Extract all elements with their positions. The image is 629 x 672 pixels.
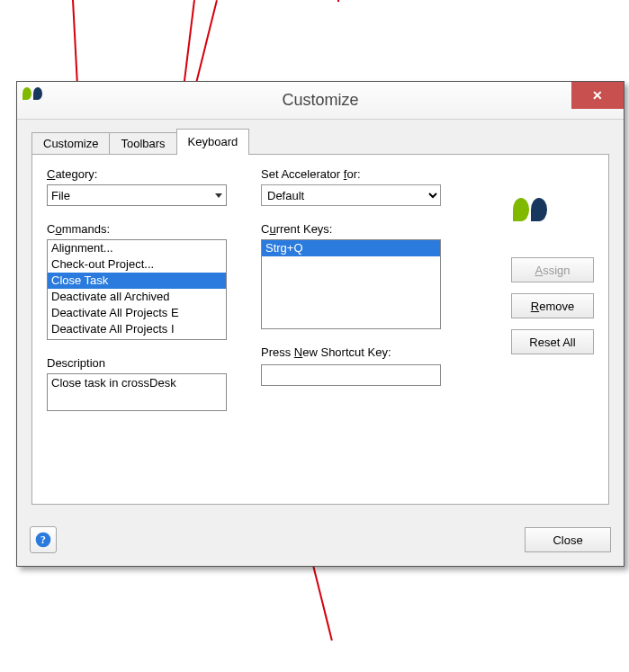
description-box: Close task in crossDesk — [47, 373, 227, 411]
svg-text:?: ? — [40, 534, 46, 546]
help-button[interactable]: ? — [30, 526, 57, 553]
brand-logo-icon — [513, 198, 556, 241]
current-keys-label: Current Keys: — [261, 222, 459, 236]
command-item[interactable]: Check-out Project... — [48, 256, 226, 273]
titlebar: Customize ✕ — [17, 82, 624, 120]
description-label: Description — [47, 356, 245, 370]
new-shortcut-input[interactable] — [261, 364, 441, 386]
category-value: File — [51, 189, 70, 202]
command-item[interactable]: Deactivate all Archived — [48, 289, 226, 305]
close-icon: ✕ — [592, 88, 603, 103]
remove-button[interactable]: Remove — [511, 293, 594, 318]
tab-strip: Customize Toolbars Keyboard — [31, 129, 609, 155]
command-item[interactable]: Close Task — [48, 273, 226, 289]
chevron-down-icon — [215, 193, 222, 198]
window-title: Customize — [17, 91, 624, 110]
press-new-label: Press New Shortcut Key: — [261, 345, 459, 359]
dialog-footer: ? Close — [30, 526, 611, 553]
commands-label: Commands: — [47, 222, 245, 236]
column-left: Category: File Commands: Alignment...Che… — [47, 167, 245, 411]
app-logo-icon — [22, 87, 49, 114]
commands-listbox[interactable]: Alignment...Check-out Project...Close Ta… — [47, 239, 227, 340]
keyboard-panel: Category: File Commands: Alignment...Che… — [31, 154, 609, 505]
command-item[interactable]: Deactivate All Projects E — [48, 305, 226, 321]
tab-customize[interactable]: Customize — [31, 132, 110, 155]
assign-button[interactable]: Assign — [511, 257, 594, 282]
accelerator-label: Set Accelerator for: — [261, 167, 459, 181]
tab-toolbars[interactable]: Toolbars — [109, 132, 176, 155]
window-close-button[interactable]: ✕ — [571, 82, 624, 109]
dialog-content: Customize Toolbars Keyboard Category: Fi… — [17, 120, 624, 566]
reset-all-button[interactable]: Reset All — [511, 329, 594, 354]
category-label: Category: — [47, 167, 245, 181]
category-combo[interactable]: File — [47, 184, 227, 206]
current-key-item[interactable]: Strg+Q — [262, 240, 440, 256]
accelerator-combo[interactable]: Default — [261, 184, 441, 206]
close-button[interactable]: Close — [525, 527, 611, 552]
command-item[interactable]: Deactivate All Projects I — [48, 321, 226, 337]
help-icon: ? — [34, 531, 52, 549]
tab-keyboard[interactable]: Keyboard — [176, 129, 250, 155]
customize-dialog: Customize ✕ Customize Toolbars Keyboard … — [16, 81, 625, 567]
column-middle: Set Accelerator for: Default Current Key… — [261, 167, 459, 411]
column-right: Assign Remove Reset All — [475, 167, 594, 411]
current-keys-box[interactable]: Strg+Q — [261, 239, 441, 329]
command-item[interactable]: Alignment... — [48, 240, 226, 256]
